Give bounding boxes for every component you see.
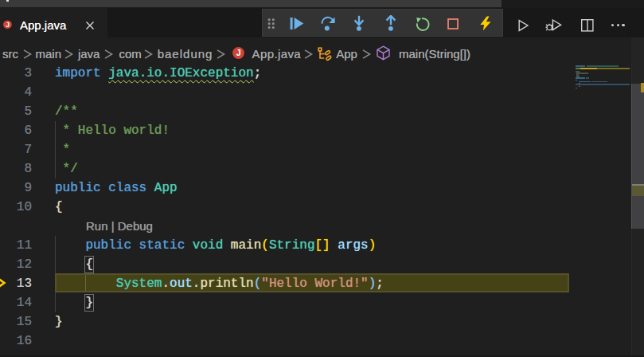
svg-text:J: J <box>6 21 10 29</box>
svg-text:J: J <box>236 49 240 57</box>
